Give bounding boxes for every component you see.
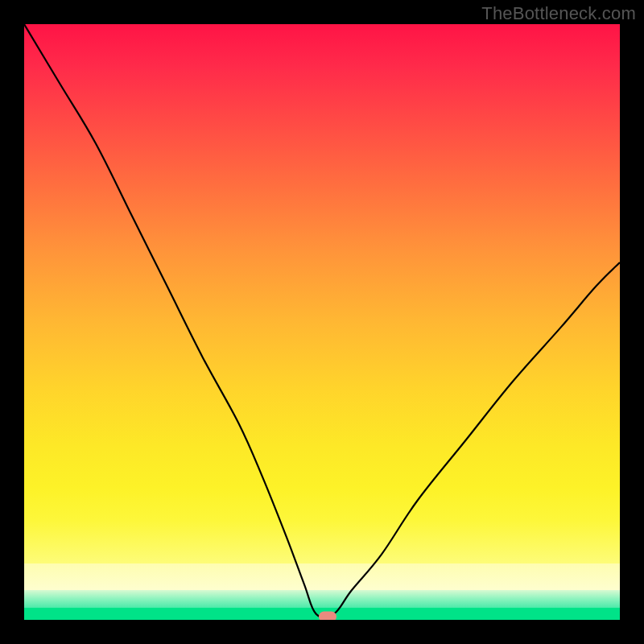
chart-plot-area xyxy=(24,24,620,620)
chart-frame xyxy=(24,24,620,620)
watermark-text: TheBottleneck.com xyxy=(481,3,636,24)
optimal-point-marker xyxy=(319,612,336,620)
bottleneck-curve xyxy=(24,24,620,620)
